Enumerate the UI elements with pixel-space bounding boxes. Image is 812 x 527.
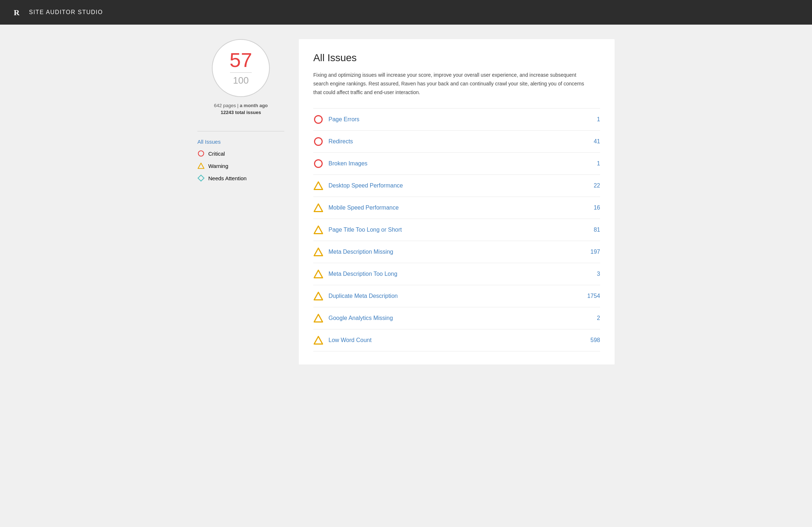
issue-label-broken-images: Broken Images: [328, 160, 578, 167]
warning-label: Warning: [208, 163, 228, 169]
svg-marker-8: [314, 182, 322, 190]
issue-label-redirects: Redirects: [328, 138, 578, 145]
content-area: All Issues Fixing and optimizing issues …: [299, 39, 615, 364]
sidebar-item-critical[interactable]: Critical: [197, 150, 284, 157]
svg-marker-12: [314, 270, 322, 278]
raven-logo-icon: R: [9, 4, 25, 20]
nav-list: All Issues Critical Warning: [197, 139, 284, 182]
total-issues-label: total issues: [235, 110, 261, 115]
app-header: R SITE AUDITOR STUDIO: [0, 0, 812, 25]
score-number: 57: [230, 50, 252, 70]
sidebar-item-warning[interactable]: Warning: [197, 162, 284, 169]
content-title: All Issues: [313, 52, 600, 64]
sidebar: 57 100 642 pages | a month ago 12243 tot…: [197, 39, 299, 364]
svg-marker-10: [314, 226, 322, 234]
svg-marker-11: [314, 248, 322, 256]
critical-issue-icon: [313, 114, 323, 125]
issue-item-mobile-speed[interactable]: Mobile Speed Performance 16: [313, 197, 600, 219]
issue-item-google-analytics[interactable]: Google Analytics Missing 2: [313, 307, 600, 329]
issue-count-low-word-count: 598: [578, 337, 600, 343]
svg-marker-3: [198, 163, 204, 169]
critical-icon: [197, 150, 205, 157]
sidebar-item-all-issues[interactable]: All Issues: [197, 139, 284, 145]
issue-item-low-word-count[interactable]: Low Word Count 598: [313, 329, 600, 351]
issue-label-meta-desc-long: Meta Description Too Long: [328, 271, 578, 277]
issue-label-duplicate-meta: Duplicate Meta Description: [328, 293, 578, 299]
issue-count-meta-desc-missing: 197: [578, 249, 600, 255]
svg-marker-14: [314, 315, 322, 322]
issue-count-redirects: 41: [578, 138, 600, 145]
sidebar-divider: [197, 131, 284, 131]
app-title: SITE AUDITOR STUDIO: [29, 9, 103, 16]
svg-marker-9: [314, 204, 322, 212]
issue-count-broken-images: 1: [578, 160, 600, 167]
svg-text:R: R: [14, 8, 20, 17]
issue-count-page-errors: 1: [578, 116, 600, 123]
issue-item-redirects[interactable]: Redirects 41: [313, 131, 600, 153]
warning-icon: [197, 162, 205, 169]
main-container: 57 100 642 pages | a month ago 12243 tot…: [189, 25, 623, 379]
attention-icon: [197, 174, 205, 182]
issue-item-meta-desc-long[interactable]: Meta Description Too Long 3: [313, 263, 600, 285]
issue-count-desktop-speed: 22: [578, 182, 600, 189]
pages-count: 642: [214, 103, 222, 108]
issue-label-page-title: Page Title Too Long or Short: [328, 227, 578, 233]
issue-label-google-analytics: Google Analytics Missing: [328, 315, 578, 321]
issues-list: Page Errors 1 Redirects 41 Broken Images…: [313, 108, 600, 351]
sidebar-item-needs-attention[interactable]: Needs Attention: [197, 174, 284, 182]
issue-item-page-title[interactable]: Page Title Too Long or Short 81: [313, 219, 600, 241]
issue-item-page-errors[interactable]: Page Errors 1: [313, 108, 600, 131]
all-issues-label: All Issues: [197, 139, 221, 145]
critical-label: Critical: [208, 151, 225, 157]
issue-label-desktop-speed: Desktop Speed Performance: [328, 182, 578, 189]
score-circle-container: 57 100 642 pages | a month ago 12243 tot…: [197, 39, 284, 124]
issue-count-page-title: 81: [578, 227, 600, 233]
svg-marker-13: [314, 292, 322, 300]
issue-label-mobile-speed: Mobile Speed Performance: [328, 205, 578, 211]
warning-issue-icon: [313, 247, 323, 257]
warning-issue-icon: [313, 181, 323, 191]
svg-point-7: [315, 160, 322, 168]
svg-point-6: [315, 138, 322, 146]
logo-container: R SITE AUDITOR STUDIO: [9, 4, 103, 20]
issue-item-desktop-speed[interactable]: Desktop Speed Performance 22: [313, 175, 600, 197]
issue-item-broken-images[interactable]: Broken Images 1: [313, 153, 600, 175]
warning-issue-icon: [313, 203, 323, 213]
score-divider: [230, 72, 252, 73]
pages-info: 642 pages | a month ago: [214, 103, 268, 108]
critical-issue-icon: [313, 136, 323, 147]
warning-issue-icon: [313, 313, 323, 323]
issue-item-meta-desc-missing[interactable]: Meta Description Missing 197: [313, 241, 600, 263]
issue-label-meta-desc-missing: Meta Description Missing: [328, 249, 578, 255]
needs-attention-label: Needs Attention: [208, 175, 247, 181]
time-ago: a month ago: [240, 103, 268, 108]
svg-point-2: [198, 151, 204, 156]
issue-label-page-errors: Page Errors: [328, 116, 578, 123]
issue-count-meta-desc-long: 3: [578, 271, 600, 277]
warning-issue-icon: [313, 291, 323, 301]
issue-count-duplicate-meta: 1754: [578, 293, 600, 299]
issues-info: 12243 total issues: [221, 110, 261, 115]
pages-separator: pages |: [223, 103, 240, 108]
issue-count-mobile-speed: 16: [578, 205, 600, 211]
svg-marker-15: [314, 337, 322, 344]
issue-count-google-analytics: 2: [578, 315, 600, 321]
warning-issue-icon: [313, 269, 323, 279]
issue-item-duplicate-meta[interactable]: Duplicate Meta Description 1754: [313, 285, 600, 307]
total-issues-count: 12243: [221, 110, 234, 115]
svg-point-5: [315, 116, 322, 123]
score-circle: 57 100: [212, 39, 270, 97]
content-description: Fixing and optimizing issues will increa…: [313, 71, 589, 97]
issue-label-low-word-count: Low Word Count: [328, 337, 578, 343]
warning-issue-icon: [313, 225, 323, 235]
svg-marker-4: [198, 175, 204, 181]
warning-issue-icon: [313, 335, 323, 345]
critical-issue-icon: [313, 159, 323, 169]
score-total: 100: [233, 75, 248, 86]
